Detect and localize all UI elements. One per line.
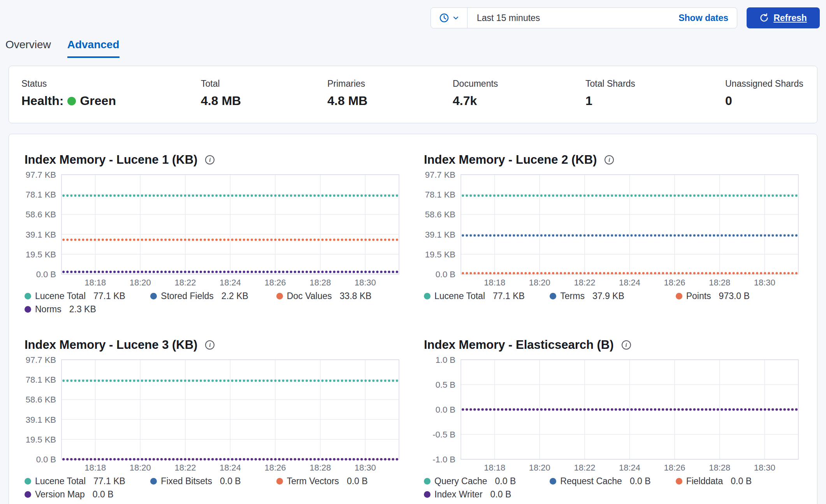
svg-text:97.7 KB: 97.7 KB xyxy=(26,355,56,365)
svg-text:18:30: 18:30 xyxy=(754,463,775,472)
stat-documents: Documents 4.7k xyxy=(453,79,585,108)
svg-text:18:20: 18:20 xyxy=(130,463,151,472)
legend-item[interactable]: Lucene Total77.1 KB xyxy=(25,290,150,301)
clock-icon xyxy=(439,13,449,23)
legend-item[interactable]: Lucene Total77.1 KB xyxy=(424,290,550,301)
stat-value: 1 xyxy=(585,94,725,108)
legend-color-dot-icon xyxy=(25,478,31,485)
svg-text:19.5 KB: 19.5 KB xyxy=(26,435,56,444)
legend-series-name: Lucene Total xyxy=(434,290,485,301)
svg-text:97.7 KB: 97.7 KB xyxy=(425,170,455,180)
time-picker: Last 15 minutes Show dates xyxy=(431,7,737,28)
svg-text:1.0 B: 1.0 B xyxy=(436,355,455,365)
svg-text:18:22: 18:22 xyxy=(174,278,196,287)
svg-text:18:26: 18:26 xyxy=(265,463,286,472)
legend-item[interactable]: Doc Values33.8 KB xyxy=(276,290,402,301)
legend-color-dot-icon xyxy=(276,478,283,485)
legend-color-dot-icon xyxy=(150,293,157,299)
svg-text:18:28: 18:28 xyxy=(709,463,730,472)
legend-color-dot-icon xyxy=(25,293,31,299)
svg-text:18:18: 18:18 xyxy=(84,463,106,472)
svg-text:0.0 B: 0.0 B xyxy=(436,270,455,279)
legend-series-value: 77.1 KB xyxy=(93,290,125,301)
chart-legend: Lucene Total77.1 KBTerms37.9 KBPoints973… xyxy=(424,290,801,301)
legend-series-value: 77.1 KB xyxy=(93,476,125,486)
chart-title-text: Index Memory - Elasticsearch (B) xyxy=(424,338,614,352)
legend-series-value: 0.0 B xyxy=(495,476,516,486)
svg-text:58.6 KB: 58.6 KB xyxy=(425,210,455,219)
svg-text:39.1 KB: 39.1 KB xyxy=(26,230,56,240)
legend-series-value: 2.3 KB xyxy=(69,304,96,315)
svg-text:0.0 B: 0.0 B xyxy=(36,455,56,464)
svg-text:39.1 KB: 39.1 KB xyxy=(26,415,56,425)
svg-text:18:18: 18:18 xyxy=(84,278,106,287)
chart-index-memory-lucene-2: Index Memory - Lucene 2 (KB) i 97.7 KB78… xyxy=(424,153,801,315)
legend-series-value: 0.0 B xyxy=(630,476,651,486)
legend-color-dot-icon xyxy=(550,478,556,485)
legend-series-name: Fielddata xyxy=(686,476,723,486)
status-panel: Status Health: Green Total 4.8 MB Primar… xyxy=(9,66,817,123)
stat-label: Total xyxy=(201,79,327,89)
legend-item[interactable]: Index Writer0.0 B xyxy=(424,489,550,500)
chart-title: Index Memory - Lucene 1 (KB) i xyxy=(25,153,402,167)
stat-total-shards: Total Shards 1 xyxy=(585,79,725,108)
legend-series-name: Norms xyxy=(35,304,62,315)
svg-text:0.5 B: 0.5 B xyxy=(436,380,455,390)
legend-item[interactable]: Stored Fields2.2 KB xyxy=(150,290,276,301)
svg-text:-0.5 B: -0.5 B xyxy=(432,430,455,439)
chevron-down-icon xyxy=(452,14,459,21)
legend-item[interactable]: Query Cache0.0 B xyxy=(424,476,550,486)
tab-advanced[interactable]: Advanced xyxy=(67,38,120,58)
svg-text:18:22: 18:22 xyxy=(574,463,595,472)
legend-color-dot-icon xyxy=(676,293,682,299)
legend-item[interactable]: Norms2.3 KB xyxy=(25,304,150,315)
chart-index-memory-lucene-3: Index Memory - Lucene 3 (KB) i 97.7 KB78… xyxy=(25,338,402,500)
chart-index-memory-lucene-1: Index Memory - Lucene 1 (KB) i 97.7 KB78… xyxy=(25,153,402,315)
legend-series-name: Version Map xyxy=(35,489,85,500)
legend-item[interactable]: Term Vectors0.0 B xyxy=(276,476,402,486)
legend-series-name: Term Vectors xyxy=(287,476,339,486)
legend-series-name: Index Writer xyxy=(434,489,483,500)
stat-value: 0 xyxy=(725,94,805,108)
legend-color-dot-icon xyxy=(424,491,431,498)
legend-item[interactable]: Lucene Total77.1 KB xyxy=(25,476,150,486)
svg-text:18:28: 18:28 xyxy=(709,278,730,287)
time-picker-quick-menu-button[interactable] xyxy=(431,8,467,28)
chart-plot: 97.7 KB78.1 KB58.6 KB39.1 KB19.5 KB0.0 B… xyxy=(424,175,801,288)
chart-plot: 97.7 KB78.1 KB58.6 KB39.1 KB19.5 KB0.0 B… xyxy=(25,360,402,473)
chart-title-text: Index Memory - Lucene 2 (KB) xyxy=(424,153,597,167)
legend-item[interactable]: Version Map0.0 B xyxy=(25,489,150,500)
legend-item[interactable]: Fielddata0.0 B xyxy=(676,476,801,486)
legend-item[interactable]: Points973.0 B xyxy=(676,290,801,301)
svg-text:18:24: 18:24 xyxy=(220,278,241,287)
time-range-display[interactable]: Last 15 minutes xyxy=(467,13,678,23)
info-icon[interactable]: i xyxy=(205,155,214,164)
svg-text:18:24: 18:24 xyxy=(619,463,640,472)
svg-text:18:18: 18:18 xyxy=(484,463,505,472)
info-icon[interactable]: i xyxy=(605,155,614,164)
health-value: Health: Green xyxy=(21,94,201,108)
svg-text:78.1 KB: 78.1 KB xyxy=(425,190,455,200)
svg-text:18:30: 18:30 xyxy=(355,463,376,472)
tab-overview[interactable]: Overview xyxy=(5,38,51,58)
legend-series-name: Doc Values xyxy=(287,290,332,301)
svg-text:18:26: 18:26 xyxy=(664,278,685,287)
refresh-button[interactable]: Refresh xyxy=(747,7,820,28)
legend-color-dot-icon xyxy=(424,478,431,485)
charts-grid: Index Memory - Lucene 1 (KB) i 97.7 KB78… xyxy=(25,153,801,500)
legend-item[interactable]: Fixed Bitsets0.0 B xyxy=(150,476,276,486)
info-icon[interactable]: i xyxy=(622,340,631,350)
legend-item[interactable]: Terms37.9 KB xyxy=(550,290,675,301)
chart-title: Index Memory - Elasticsearch (B) i xyxy=(424,338,801,352)
stat-label: Primaries xyxy=(327,79,453,89)
svg-text:58.6 KB: 58.6 KB xyxy=(26,395,56,404)
info-icon[interactable]: i xyxy=(205,340,214,350)
stat-status: Status Health: Green xyxy=(21,79,201,108)
svg-text:97.7 KB: 97.7 KB xyxy=(26,170,56,180)
svg-text:78.1 KB: 78.1 KB xyxy=(26,190,56,200)
chart-canvas: 97.7 KB78.1 KB58.6 KB39.1 KB19.5 KB0.0 B… xyxy=(424,175,801,288)
legend-item[interactable]: Request Cache0.0 B xyxy=(550,476,675,486)
show-dates-button[interactable]: Show dates xyxy=(678,13,737,23)
svg-text:18:20: 18:20 xyxy=(529,278,550,287)
svg-text:19.5 KB: 19.5 KB xyxy=(26,250,56,259)
